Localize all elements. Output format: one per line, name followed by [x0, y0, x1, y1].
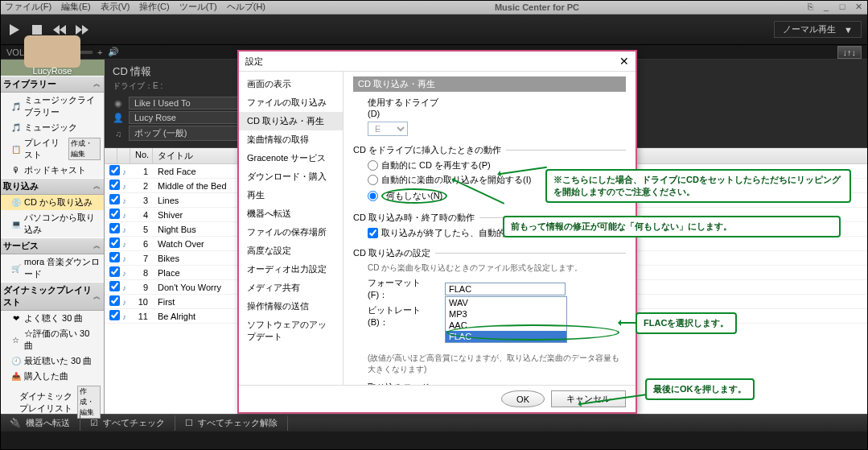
sidebar-item-import-cd[interactable]: 💿CD から取り込み [0, 195, 104, 210]
dlg-side-item[interactable]: 機器へ転送 [239, 204, 343, 223]
transfer-button[interactable]: 🔌機器へ転送 [0, 415, 80, 431]
maximize-icon[interactable]: □ [836, 2, 849, 12]
genre-field[interactable]: ポップ (一般) [129, 126, 241, 141]
close-icon[interactable]: ✕ [852, 2, 865, 12]
menu-help[interactable]: ヘルプ(H) [222, 1, 270, 13]
drive-select[interactable]: E [368, 122, 408, 136]
svg-rect-0 [32, 25, 42, 35]
format-opt-mp3[interactable]: MP3 [446, 308, 566, 320]
dlg-side-item[interactable]: ファイルの保存場所 [239, 223, 343, 242]
sidebar-item-mora[interactable]: 🛒mora 音楽ダウンロード [0, 254, 104, 282]
ok-button[interactable]: OK [501, 390, 545, 407]
music-icon: 🎵 [11, 101, 21, 111]
dyn-edit-button[interactable]: 作成・編集 [77, 386, 101, 419]
dlg-side-item[interactable]: CD 取り込み・再生 [239, 112, 343, 130]
note-icon: ♪ [122, 298, 126, 307]
rip-label: CD 取り込みの設定 [353, 247, 430, 259]
collapse-icon: ︽ [93, 181, 101, 192]
dialog-sidebar: 画面の表示ファイルの取り込みCD 取り込み・再生楽曲情報の取得Gracenote… [239, 72, 343, 385]
dlg-side-item[interactable]: 画面の表示 [239, 75, 343, 93]
mute-icon[interactable]: 🔊 [108, 47, 119, 57]
row-no: 7 [130, 253, 153, 264]
row-no: 10 [130, 296, 153, 308]
player-bar: ノーマル再生▼ [0, 14, 868, 45]
collapse-icon: ︽ [93, 241, 101, 251]
heart-icon: ❤ [11, 314, 21, 324]
sidebar-item-playlist[interactable]: 📋プレイリスト作成・編集 [0, 135, 104, 163]
sidebar-item-music[interactable]: 🎵ミュージック [0, 120, 104, 135]
podcast-icon: 🎙 [11, 166, 21, 175]
note-icon: ♪ [122, 240, 126, 249]
sidebar-item-podcast[interactable]: 🎙ポッドキャスト [0, 163, 104, 178]
volume-plus[interactable]: + [97, 47, 102, 57]
dlg-side-item[interactable]: ダウンロード・購入 [239, 167, 343, 186]
note-icon: ♪ [122, 269, 126, 278]
dlg-side-item[interactable]: Gracenote サービス [239, 149, 343, 167]
bitrate-note: (故値が高いほど高音質になりますが、取り込んだ楽曲のデータ容量も大きくなります) [368, 353, 626, 375]
dlg-side-item[interactable]: 高度な設定 [239, 242, 343, 260]
sidebar-item-rated30[interactable]: ☆☆評価の高い 30 曲 [0, 326, 104, 353]
play-button[interactable] [6, 22, 23, 38]
titlebar: ファイル(F) 編集(E) 表示(V) 操作(C) ツール(T) ヘルプ(H) … [0, 0, 868, 14]
artist-icon: 👤 [113, 113, 124, 123]
status-bar: 🔌機器へ転送 ☑すべてチェック ☐すべてチェック解除 [0, 414, 868, 431]
music-icon: 🎵 [11, 123, 21, 133]
playlist-icon: 📋 [11, 144, 21, 154]
sidebar-item-recent30[interactable]: 🕘最近聴いた 30 曲 [0, 353, 104, 369]
dlg-side-item[interactable]: ソフトウェアのアップデート [239, 316, 343, 346]
row-no: 4 [130, 209, 153, 221]
row-no: 3 [130, 195, 153, 206]
drive-label: 使用するドライブ(D) [368, 97, 440, 118]
dlg-side-item[interactable]: ファイルの取り込み [239, 93, 343, 112]
menu-file[interactable]: ファイル(F) [0, 1, 56, 13]
sidebar-item-fav30[interactable]: ❤よく聴く 30 曲 [0, 311, 104, 326]
sidebar-item-purchased[interactable]: 📥購入した曲 [0, 369, 104, 384]
note-icon: ♪ [122, 254, 126, 263]
sidebar-item-music-library[interactable]: 🎵ミュージックライブラリー [0, 93, 104, 120]
minimize-icon[interactable]: _ [820, 2, 833, 12]
dlg-side-item[interactable]: 楽曲情報の取得 [239, 130, 343, 149]
sidebar-item-import-pc[interactable]: 💻パソコンから取り込み [0, 210, 104, 237]
dlg-side-item[interactable]: 再生 [239, 186, 343, 204]
app-menu: ファイル(F) 編集(E) 表示(V) 操作(C) ツール(T) ヘルプ(H) [0, 1, 270, 13]
collapse-icon: ︽ [93, 79, 101, 89]
menu-operate[interactable]: 操作(C) [134, 1, 174, 13]
row-no: 6 [130, 238, 153, 250]
library-header[interactable]: ライブラリー︽ [0, 76, 104, 93]
collapse-icon: ︽ [93, 291, 101, 302]
dlg-side-item[interactable]: オーディオ出力設定 [239, 260, 343, 279]
check-all-button[interactable]: ☑すべてチェック [80, 415, 175, 431]
artist-field[interactable]: Lucy Rose [129, 111, 241, 124]
row-no: 1 [130, 166, 153, 177]
dynamic-header[interactable]: ダイナミックプレイリスト︽ [0, 282, 104, 311]
import-header[interactable]: 取り込み︽ [0, 178, 104, 195]
menu-edit[interactable]: 編集(E) [56, 1, 96, 13]
album-art: LucyRose [0, 60, 105, 76]
sort-button[interactable]: ↓↑↓ [837, 46, 862, 59]
genre-icon: ♫ [113, 129, 124, 138]
format-label: フォーマット(F)： [368, 277, 440, 301]
restore-icon[interactable]: ⎘ [804, 2, 817, 12]
playmode-select[interactable]: ノーマル再生▼ [774, 21, 862, 38]
format-opt-wav[interactable]: WAV [446, 297, 566, 308]
callout-a: ※こちらにした場合、ドライブにCDをセットしたらただちにリッピングを開始しますの… [545, 169, 851, 203]
dlg-side-item[interactable]: メディア共有 [239, 279, 343, 297]
app-title: Music Center for PC [270, 2, 804, 12]
row-no: 9 [130, 282, 153, 293]
col-no[interactable]: No. [130, 148, 153, 163]
rip-desc: CD から楽曲を取り込むときのファイル形式を設定します。 [368, 262, 626, 274]
pc-icon: 💻 [11, 219, 21, 229]
sidebar: LucyRose ライブラリー︽ 🎵ミュージックライブラリー 🎵ミュージック 📋… [0, 60, 105, 414]
uncheck-all-button[interactable]: ☐すべてチェック解除 [175, 415, 288, 431]
dlg-side-item[interactable]: 操作情報の送信 [239, 297, 343, 316]
note-icon: ♪ [122, 167, 126, 176]
dialog-close-button[interactable]: ✕ [619, 55, 629, 68]
chevron-down-icon: ▼ [844, 25, 853, 35]
playlist-edit-button[interactable]: 作成・編集 [68, 138, 101, 160]
format-select[interactable]: FLAC WAV MP3 AAC FLAC [445, 283, 566, 295]
disc-title-field[interactable]: Like I Used To [129, 97, 241, 109]
service-header[interactable]: サービス︽ [0, 237, 104, 254]
menu-tools[interactable]: ツール(T) [175, 1, 222, 13]
end-label: CD 取り込み時・終了時の動作 [353, 212, 475, 224]
menu-view[interactable]: 表示(V) [96, 1, 135, 13]
